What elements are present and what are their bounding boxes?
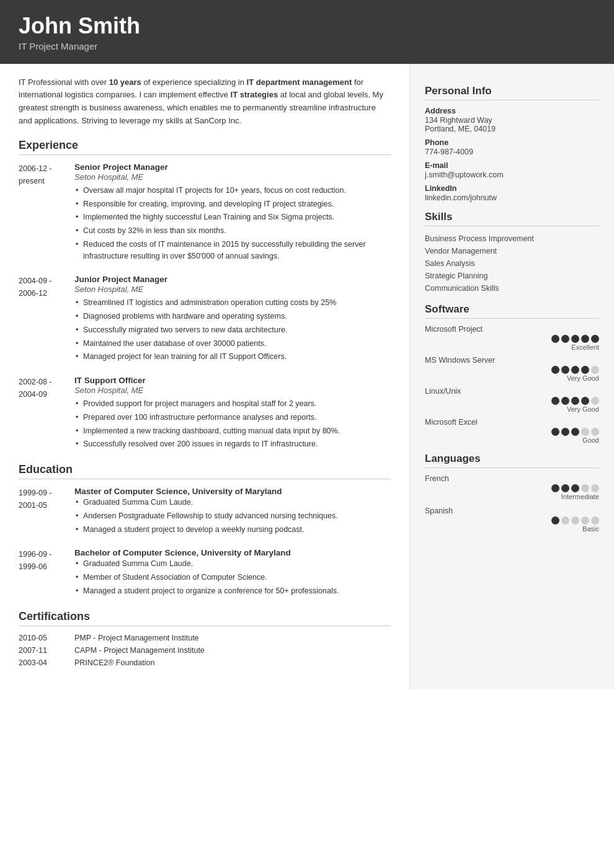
software-name: MS Windows Server	[425, 356, 599, 365]
exp-date: 2006-12 -present	[19, 162, 74, 264]
dot-empty	[561, 516, 569, 525]
dot-filled	[591, 335, 599, 343]
exp-company: Seton Hospital, ME	[74, 172, 391, 182]
edu-content: Master of Computer Science, University o…	[74, 487, 391, 537]
edu-bullet: Member of Student Association of Compute…	[74, 572, 391, 583]
software-dots	[425, 366, 599, 374]
software-name: Microsoft Project	[425, 325, 599, 334]
software-dots	[425, 335, 599, 343]
skill-item: Communication Skills	[425, 282, 599, 294]
dot-filled	[551, 335, 559, 343]
software-item: Microsoft ProjectExcellent	[425, 325, 599, 351]
skills-title: Skills	[425, 211, 599, 226]
dot-filled	[561, 366, 569, 374]
exp-bullet: Implemented the highly successful Lean T…	[74, 211, 391, 223]
cert-date: 2003-04	[19, 658, 74, 667]
personal-field-value: linkedin.com/johnutw	[425, 193, 599, 202]
dot-empty	[591, 428, 599, 436]
dot-filled	[571, 335, 579, 343]
skill-item: Vendor Management	[425, 245, 599, 257]
exp-bullet: Successfully resolved over 200 issues in…	[74, 438, 391, 450]
dot-empty	[571, 516, 579, 525]
exp-bullet: Cut costs by 32% in less than six months…	[74, 225, 391, 237]
main-layout: IT Professional with over 10 years of ex…	[0, 64, 614, 689]
cert-date: 2007-11	[19, 646, 74, 655]
certifications-section-title: Certifications	[19, 610, 391, 626]
software-level: Excellent	[425, 343, 599, 351]
dot-empty	[581, 516, 589, 525]
exp-bullet: Responsible for creating, improving, and…	[74, 198, 391, 210]
certification-item: 2010-05PMP - Project Management Institut…	[19, 634, 391, 642]
edu-bullet: Graduated Summa Cum Laude.	[74, 558, 391, 570]
exp-bullet: Managed project for lean training for al…	[74, 351, 391, 363]
software-name: Microsoft Excel	[425, 418, 599, 427]
software-item: MS Windows ServerVery Good	[425, 356, 599, 382]
experience-item: 2004-09 -2006-12Junior Project ManagerSe…	[19, 275, 391, 365]
dot-empty	[591, 366, 599, 374]
personal-field-value: j.smith@uptowork.com	[425, 170, 599, 179]
edu-bullet: Managed a student project to organize a …	[74, 585, 391, 597]
edu-date: 1996-09 -1999-06	[19, 548, 74, 598]
personal-info-content: Address134 Rightward WayPortland, ME, 04…	[425, 107, 599, 202]
certification-item: 2003-04PRINCE2® Foundation	[19, 658, 391, 667]
exp-bullet: Provided support for project managers an…	[74, 398, 391, 410]
dot-filled	[551, 397, 559, 405]
edu-degree: Bachelor of Computer Science, University…	[74, 548, 391, 557]
exp-content: Senior Project ManagerSeton Hospital, ME…	[74, 162, 391, 264]
exp-content: Junior Project ManagerSeton Hospital, ME…	[74, 275, 391, 365]
personal-info-title: Personal Info	[425, 85, 599, 100]
language-item: FrenchIntermediate	[425, 474, 599, 500]
dot-filled	[571, 484, 579, 492]
software-level: Very Good	[425, 405, 599, 413]
dot-filled	[571, 428, 579, 436]
personal-field-label: LinkedIn	[425, 184, 599, 193]
exp-bullet: Maintained the user database of over 300…	[74, 338, 391, 350]
exp-bullet: Oversaw all major hospital IT projects f…	[74, 185, 391, 197]
dot-filled	[561, 335, 569, 343]
dot-empty	[581, 428, 589, 436]
language-item: SpanishBasic	[425, 507, 599, 533]
exp-bullet: Successfully migrated two servers to new…	[74, 324, 391, 336]
cert-date: 2010-05	[19, 634, 74, 642]
personal-field-value: 134 Rightward WayPortland, ME, 04019	[425, 116, 599, 133]
experience-list: 2006-12 -presentSenior Project ManagerSe…	[19, 162, 391, 452]
edu-bullet: Andersen Postgraduate Fellowship to stud…	[74, 510, 391, 522]
languages-list: FrenchIntermediateSpanishBasic	[425, 474, 599, 533]
exp-bullet: Prepared over 100 infrastructure perform…	[74, 412, 391, 423]
education-list: 1999-09 -2001-05Master of Computer Scien…	[19, 487, 391, 599]
dot-filled	[551, 516, 559, 525]
exp-job-title: Junior Project Manager	[74, 275, 391, 284]
experience-section-title: Experience	[19, 139, 391, 155]
exp-bullets: Streamlined IT logistics and administrat…	[74, 297, 391, 363]
exp-company: Seton Hospital, ME	[74, 285, 391, 294]
software-list: Microsoft ProjectExcellentMS Windows Ser…	[425, 325, 599, 444]
language-level: Intermediate	[425, 493, 599, 500]
left-column: IT Professional with over 10 years of ex…	[0, 64, 409, 689]
dot-filled	[551, 484, 559, 492]
exp-bullets: Oversaw all major hospital IT projects f…	[74, 185, 391, 262]
dot-filled	[561, 428, 569, 436]
exp-job-title: IT Support Officer	[74, 376, 391, 385]
software-item: Linux/UnixVery Good	[425, 387, 599, 413]
education-item: 1999-09 -2001-05Master of Computer Scien…	[19, 487, 391, 537]
education-item: 1996-09 -1999-06Bachelor of Computer Sci…	[19, 548, 391, 598]
edu-bullets: Graduated Summa Cum Laude.Andersen Postg…	[74, 497, 391, 535]
dot-filled	[551, 428, 559, 436]
dot-filled	[571, 397, 579, 405]
edu-degree: Master of Computer Science, University o…	[74, 487, 391, 496]
personal-field-label: Phone	[425, 138, 599, 147]
cert-desc: PMP - Project Management Institute	[74, 634, 199, 642]
dot-filled	[581, 366, 589, 374]
exp-bullet: Diagnosed problems with hardware and ope…	[74, 311, 391, 322]
cert-desc: PRINCE2® Foundation	[74, 658, 154, 667]
personal-field-label: Address	[425, 107, 599, 115]
dot-filled	[561, 484, 569, 492]
candidate-name: John Smith	[19, 14, 595, 38]
language-name: French	[425, 474, 599, 483]
edu-date: 1999-09 -2001-05	[19, 487, 74, 537]
dot-empty	[591, 397, 599, 405]
language-name: Spanish	[425, 507, 599, 515]
edu-bullet: Managed a student project to develop a w…	[74, 524, 391, 536]
edu-content: Bachelor of Computer Science, University…	[74, 548, 391, 598]
dot-filled	[581, 335, 589, 343]
